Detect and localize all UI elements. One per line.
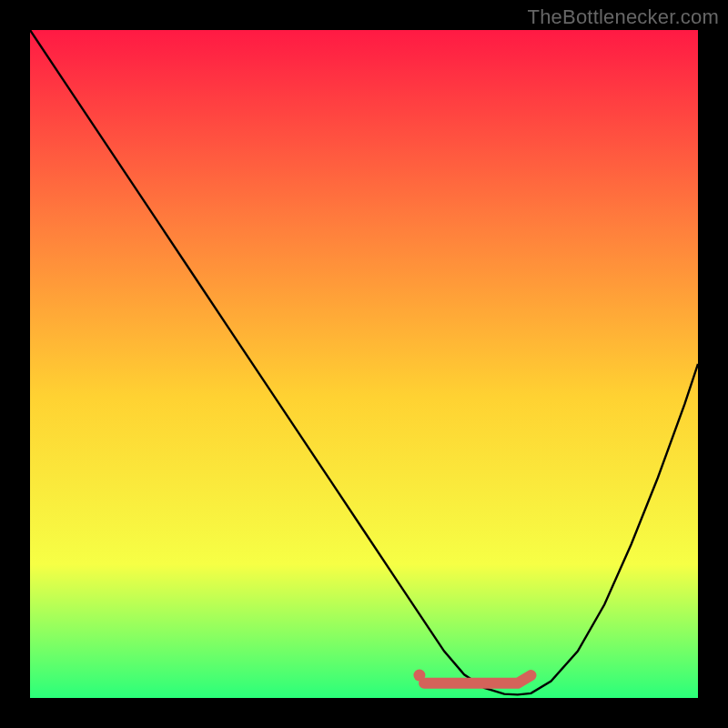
chart-canvas: [30, 30, 698, 698]
plot-area: [30, 30, 698, 698]
sweet-spot-start-dot: [413, 670, 425, 682]
chart-frame: TheBottlenecker.com: [0, 0, 728, 728]
watermark-text: TheBottlenecker.com: [528, 5, 719, 29]
gradient-background: [30, 30, 698, 698]
